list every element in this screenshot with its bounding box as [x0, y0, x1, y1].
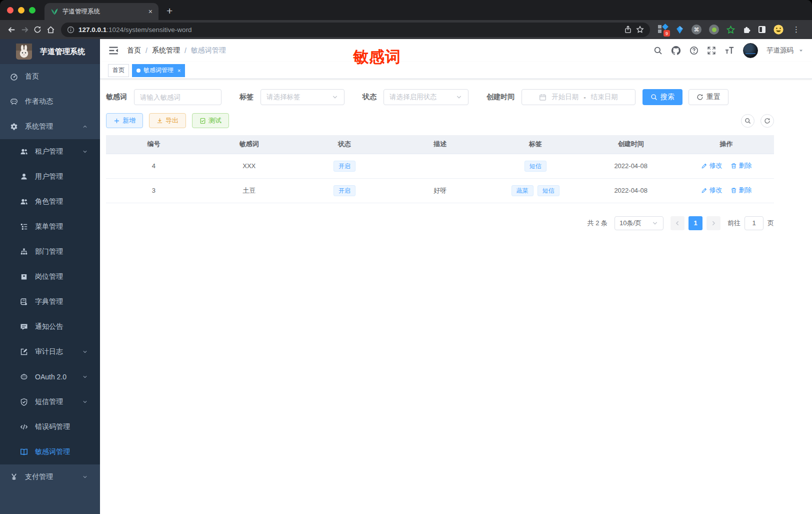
- chevron-down-icon: [82, 374, 88, 380]
- next-page-button[interactable]: [706, 216, 720, 230]
- user-avatar[interactable]: [743, 43, 758, 58]
- toggle-search-button[interactable]: [741, 114, 754, 128]
- home-icon[interactable]: [44, 23, 57, 36]
- test-button[interactable]: 测试: [192, 113, 229, 128]
- edit-icon: [701, 163, 708, 169]
- cell-description: [392, 154, 488, 178]
- col-description: 描述: [392, 135, 488, 154]
- goto-page-input[interactable]: [744, 216, 764, 230]
- github-icon[interactable]: [671, 46, 681, 56]
- back-icon[interactable]: [5, 23, 18, 36]
- page-number-1[interactable]: 1: [688, 216, 702, 230]
- tag-home[interactable]: 首页: [108, 64, 129, 77]
- fullscreen-icon[interactable]: [707, 46, 716, 55]
- close-window-button[interactable]: [7, 7, 14, 14]
- page-content: 敏感词 标签 请选择标签 状态: [100, 79, 812, 514]
- browser-tab[interactable]: 芋道管理系统 ×: [44, 3, 158, 20]
- address-bar[interactable]: 127.0.0.1:1024/system/sensitive-word: [61, 23, 650, 37]
- site-info-icon[interactable]: [67, 26, 74, 34]
- sidebar-item-role[interactable]: 角色管理: [0, 189, 100, 214]
- font-size-icon[interactable]: [724, 46, 734, 56]
- side-panel-icon[interactable]: [758, 26, 766, 33]
- tag-close-icon[interactable]: ×: [178, 68, 180, 74]
- sidebar-item-sms[interactable]: 短信管理: [0, 389, 100, 414]
- date-range-picker[interactable]: 开始日期 - 结束日期: [522, 89, 636, 105]
- sidebar-item-user[interactable]: 用户管理: [0, 164, 100, 189]
- sensitive-word-table: 编号 敏感词 状态 描述 标签 创建时间 操作 4 XXX: [106, 135, 774, 203]
- add-button[interactable]: 新增: [106, 113, 143, 128]
- sidebar-item-payment[interactable]: 支付管理: [0, 464, 100, 489]
- breadcrumb-sensitive-word: 敏感词管理: [191, 46, 226, 55]
- minimize-window-button[interactable]: [18, 7, 24, 14]
- maximize-window-button[interactable]: [29, 7, 36, 14]
- forward-icon[interactable]: [18, 23, 31, 36]
- share-icon[interactable]: [624, 26, 632, 34]
- url-host: 127.0.0.1: [78, 26, 106, 34]
- sidebar-item-dict[interactable]: 字典管理: [0, 289, 100, 314]
- collapse-sidebar-icon[interactable]: [108, 45, 119, 56]
- sidebar-item-notice[interactable]: 通知公告: [0, 314, 100, 339]
- delete-link[interactable]: 删除: [730, 186, 752, 195]
- menu-tree-icon: [20, 223, 28, 231]
- browser-menu-icon[interactable]: ⋮: [792, 25, 803, 34]
- help-icon[interactable]: [690, 46, 698, 55]
- reload-icon[interactable]: [31, 23, 44, 36]
- breadcrumb: 首页 / 系统管理 / 敏感词管理: [127, 46, 226, 55]
- sidebar-item-oauth[interactable]: OAuth 2.0: [0, 364, 100, 389]
- recorder-extension-icon[interactable]: [709, 25, 719, 35]
- tab-close-icon[interactable]: ×: [148, 8, 152, 15]
- sidebar-item-home[interactable]: 首页: [0, 64, 100, 89]
- sidebar-item-author-news[interactable]: 作者动态: [0, 89, 100, 114]
- extensions-puzzle-icon[interactable]: [742, 26, 751, 34]
- screen: 芋道管理系统 × + 127.0.0.1:1024/system/sensiti…: [0, 0, 812, 514]
- kite-extension-icon[interactable]: [676, 26, 684, 34]
- export-button[interactable]: 导出: [149, 113, 186, 128]
- username[interactable]: 芋道源码: [766, 46, 794, 55]
- download-icon: [156, 118, 163, 124]
- sidebar-submenu-system: 租户管理 用户管理 角色管理 菜单管理 部门管理: [0, 139, 100, 464]
- col-tags: 标签: [488, 135, 583, 154]
- breadcrumb-system[interactable]: 系统管理: [152, 46, 180, 55]
- sidebar-item-post[interactable]: 岗位管理: [0, 264, 100, 289]
- sidebar-item-department[interactable]: 部门管理: [0, 239, 100, 264]
- new-tab-button[interactable]: +: [166, 5, 172, 17]
- chevron-right-icon: [710, 220, 716, 226]
- chevron-down-icon: [82, 349, 88, 355]
- log-icon: [20, 348, 28, 356]
- sidebar: 芋道管理系统 首页 作者动态 系统管理 租户管理: [0, 39, 100, 514]
- command-extension-icon[interactable]: ⌘: [692, 25, 702, 35]
- user-menu-caret-icon[interactable]: [798, 48, 804, 54]
- sidebar-item-menu[interactable]: 菜单管理: [0, 214, 100, 239]
- tab-manager-extension-icon[interactable]: 9: [658, 25, 668, 35]
- favicon-leaf-icon: [50, 8, 58, 16]
- delete-link[interactable]: 删除: [730, 161, 752, 170]
- sidebar-item-audit-log[interactable]: 审计日志: [0, 339, 100, 364]
- prev-page-button[interactable]: [670, 216, 684, 230]
- profile-avatar-emoji[interactable]: [773, 24, 784, 35]
- status-select[interactable]: 请选择启用状态: [384, 89, 468, 105]
- refresh-table-button[interactable]: [760, 114, 774, 128]
- chevron-down-icon: [652, 220, 658, 227]
- sidebar-item-sensitive-word[interactable]: 敏感词管理: [0, 439, 100, 464]
- edit-link[interactable]: 修改: [701, 186, 722, 195]
- keyword-input[interactable]: [140, 94, 216, 101]
- chevron-left-icon: [674, 220, 680, 226]
- cell-id: 3: [106, 178, 202, 203]
- sidebar-item-error-code[interactable]: 错误码管理: [0, 414, 100, 439]
- sidebar-item-system[interactable]: 系统管理: [0, 114, 100, 139]
- reset-button[interactable]: 重置: [688, 89, 728, 105]
- green-star-extension-icon[interactable]: [726, 26, 735, 34]
- breadcrumb-home[interactable]: 首页: [127, 46, 141, 55]
- sidebar-item-tenant[interactable]: 租户管理: [0, 139, 100, 164]
- bookmark-star-icon[interactable]: [636, 26, 644, 34]
- tag-select[interactable]: 请选择标签: [260, 89, 344, 105]
- edit-link[interactable]: 修改: [701, 161, 722, 170]
- header-search-icon[interactable]: [654, 46, 662, 55]
- extension-badge: 9: [664, 30, 670, 37]
- status-badge: 开启: [334, 185, 356, 196]
- page-size-select[interactable]: 10条/页: [614, 216, 664, 230]
- search-button[interactable]: 搜索: [642, 89, 682, 105]
- date-label: 创建时间: [486, 93, 514, 102]
- tag-sensitive-word[interactable]: 敏感词管理 ×: [132, 64, 185, 77]
- keyword-input-wrap: [134, 89, 222, 105]
